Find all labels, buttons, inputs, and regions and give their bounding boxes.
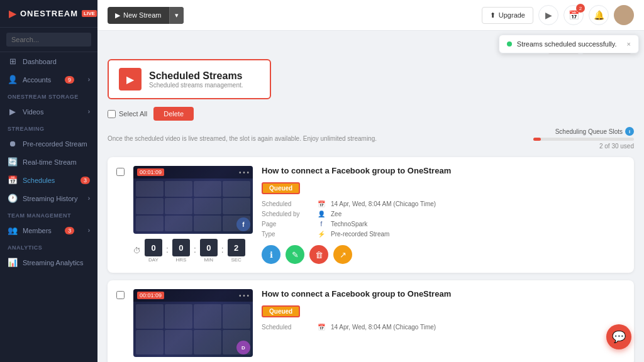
sidebar-item-accounts[interactable]: 👤 Accounts 9 ›	[0, 70, 97, 89]
thumb-options-2[interactable]: • • •	[239, 292, 249, 299]
content-area: Streams scheduled successfully. × ☰ List…	[97, 31, 644, 362]
sidebar-item-videos[interactable]: ▶ Videos ›	[0, 102, 97, 121]
calendar-badge: 2	[576, 4, 585, 13]
chevron-icon: ›	[88, 227, 90, 234]
sidebar-item-prerecorded[interactable]: ⏺ Pre-recorded Stream	[0, 134, 97, 153]
accounts-badge: 9	[65, 76, 74, 84]
thumbnail-video: 00:01:09 • • • f	[133, 166, 253, 234]
meta-row-scheduled-by: Scheduled by 👤 Zee	[262, 211, 625, 217]
page-value: TechnoSpark	[331, 221, 367, 228]
chevron-icon: ›	[88, 108, 90, 115]
stream-title: How to connect a Facebook group to OneSt…	[262, 166, 625, 175]
meta-row-type: Type ⚡ Pre-recorded Stream	[262, 231, 625, 238]
card-details-2: How to connect a Facebook group to OneSt…	[262, 289, 625, 357]
sidebar-item-label: Real-time Stream	[23, 158, 77, 166]
calendar-meta-icon-2: 📅	[317, 324, 326, 331]
stream-title-2: How to connect a Facebook group to OneSt…	[262, 289, 625, 299]
history-icon: 🕐	[8, 194, 18, 203]
queued-badge: Queued	[262, 182, 300, 194]
scheduled-value: 14 Apr, Wed, 8:04 AM (Chicago Time)	[331, 200, 436, 207]
upgrade-button[interactable]: ⬆ Upgrade	[482, 7, 533, 24]
stream-card-2: 00:01:09 • • • D How to connect a F	[108, 280, 634, 362]
sidebar-item-schedules[interactable]: 📅 Schedules 3	[0, 171, 97, 189]
card-meta-2: Scheduled 📅 14 Apr, Wed, 8:04 AM (Chicag…	[262, 324, 625, 331]
play-icon: ▶	[115, 11, 120, 19]
streaming-section-label: STREAMING	[0, 121, 97, 134]
card-thumbnail: 00:01:09 • • • f	[133, 166, 253, 264]
schedules-icon: 📅	[8, 175, 18, 185]
sidebar: ▶ ONESTREAM LIVE ⊞ Dashboard 👤 Accounts …	[0, 0, 97, 362]
page-header-icon: ▶	[119, 68, 142, 90]
new-stream-button[interactable]: ▶ New Stream ▾	[108, 7, 184, 24]
card-actions: ℹ ✎ 🗑 ↗	[262, 245, 625, 264]
page-title: Scheduled Streams	[149, 70, 243, 82]
info-text: Once the scheduled video is live streame…	[108, 135, 377, 142]
select-all-checkbox[interactable]	[108, 110, 116, 118]
card-checkbox[interactable]	[116, 168, 125, 176]
thumb-options[interactable]: • • •	[239, 169, 249, 176]
dashboard-icon: ⊞	[8, 57, 18, 66]
chevron-icon: ›	[88, 195, 90, 202]
play-topbar-button[interactable]: ▶	[538, 5, 558, 25]
search-input[interactable]	[6, 33, 91, 47]
countdown-hrs: 0 HRS	[172, 239, 190, 263]
sidebar-search-container	[0, 28, 97, 52]
main-content: ▶ New Stream ▾ ⬆ Upgrade ▶ 📅 2 🔔 Streams…	[97, 0, 644, 362]
type-label: Type	[262, 231, 312, 238]
sidebar-item-label: Accounts	[23, 76, 51, 84]
toast-message: Streams scheduled successfully.	[517, 40, 617, 48]
sidebar-item-label: Members	[23, 227, 52, 234]
meta-row-scheduled: Scheduled 📅 14 Apr, Wed, 8:04 AM (Chicag…	[262, 200, 625, 207]
members-icon: 👥	[8, 226, 18, 235]
info-button[interactable]: ℹ	[262, 245, 280, 264]
notifications-button[interactable]: 🔔	[589, 5, 609, 25]
scheduled-label: Scheduled	[262, 200, 312, 207]
members-badge: 3	[65, 227, 74, 234]
info-bar: Once the scheduled video is live streame…	[108, 127, 634, 150]
user-avatar[interactable]	[614, 5, 634, 25]
storage-section-label: ONESTREAM STORAGE	[0, 89, 97, 102]
sidebar-item-history[interactable]: 🕐 Streaming History ›	[0, 189, 97, 207]
countdown-day: 0 DAY	[145, 239, 162, 263]
select-all-label[interactable]: Select All	[108, 110, 147, 118]
countdown: ⏱ 0 DAY : 0 HRS : 0 MIN :	[133, 239, 253, 263]
sidebar-item-analytics[interactable]: 📊 Streaming Analytics	[0, 253, 97, 272]
videos-icon: ▶	[8, 107, 18, 116]
accounts-icon: 👤	[8, 75, 18, 84]
queue-slots-bar	[533, 138, 634, 141]
chevron-icon: ›	[88, 76, 90, 83]
new-stream-label: New Stream	[123, 11, 162, 19]
sidebar-item-dashboard[interactable]: ⊞ Dashboard	[0, 52, 97, 70]
sidebar-item-realtime[interactable]: 🔄 Real-time Stream	[0, 153, 97, 171]
queue-slots: Scheduling Queue Slots i 2 of 30 used	[533, 127, 634, 150]
prerecorded-icon: ⏺	[8, 139, 18, 148]
chat-fab-button[interactable]: 💬	[606, 324, 631, 349]
toast-close-button[interactable]: ×	[627, 40, 631, 48]
delete-stream-button[interactable]: 🗑	[309, 245, 328, 264]
meta-row-scheduled-2: Scheduled 📅 14 Apr, Wed, 8:04 AM (Chicag…	[262, 324, 625, 331]
delete-button[interactable]: Delete	[153, 107, 194, 121]
share-button[interactable]: ↗	[333, 245, 352, 264]
thumb-grid	[133, 178, 253, 234]
page-header: ▶ Scheduled Streams Scheduled streams ma…	[108, 59, 271, 99]
sidebar-item-label: Videos	[23, 108, 43, 116]
schedules-badge: 3	[80, 177, 90, 184]
realtime-icon: 🔄	[8, 157, 18, 167]
sidebar-item-label: Dashboard	[23, 58, 57, 65]
sidebar-item-members[interactable]: 👥 Members 3 ›	[0, 221, 97, 239]
meta-row-page: Page f TechnoSpark	[262, 221, 625, 228]
card-checkbox-2[interactable]	[116, 291, 125, 299]
edit-button[interactable]: ✎	[286, 245, 304, 264]
new-stream-dropdown-icon[interactable]: ▾	[169, 7, 184, 24]
sidebar-logo: ▶ ONESTREAM LIVE	[0, 0, 97, 28]
info-icon: i	[625, 127, 634, 136]
calendar-topbar-button[interactable]: 📅 2	[564, 5, 584, 25]
sidebar-item-label: Pre-recorded Stream	[23, 140, 87, 148]
card-checkbox-container-2	[116, 289, 125, 357]
scheduled-value-2: 14 Apr, Wed, 8:04 AM (Chicago Time)	[331, 324, 436, 331]
page-label: Page	[262, 221, 312, 228]
upgrade-icon: ⬆	[490, 11, 496, 19]
page-subtitle: Scheduled streams management.	[149, 82, 243, 89]
logo-badge: LIVE	[82, 10, 97, 17]
video-time: 00:01:09	[137, 168, 164, 176]
